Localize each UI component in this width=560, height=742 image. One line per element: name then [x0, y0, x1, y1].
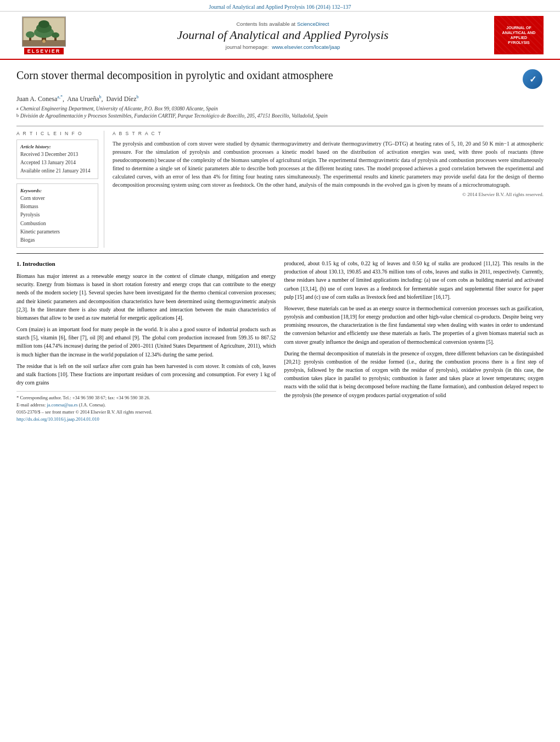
- journal-title: Journal of Analytical and Applied Pyroly…: [82, 28, 483, 42]
- footnote-section: * Corresponding author. Tel.: +34 96 590…: [16, 391, 276, 422]
- affiliations-section: a Chemical Engineering Department, Unive…: [16, 105, 544, 120]
- article-info-col: A R T I C L E I N F O Article history: R…: [16, 131, 104, 248]
- copyright-line: © 2014 Elsevier B.V. All rights reserved…: [113, 192, 544, 197]
- article-history-box: Article history: Received 3 December 201…: [16, 140, 98, 179]
- keyword-4: Combustion: [20, 220, 94, 228]
- affiliation-a: a Chemical Engineering Department, Unive…: [16, 105, 544, 113]
- email-note: E-mail address: ja.conesa@ua.es (J.A. Co…: [16, 401, 276, 409]
- author-conesa: Juan A. Conesa: [16, 95, 57, 103]
- top-bar: Journal of Analytical and Applied Pyroly…: [0, 0, 560, 12]
- article-title-section: Corn stover thermal decomposition in pyr…: [16, 68, 544, 90]
- keyword-6: Biogas: [20, 236, 94, 244]
- body-divider: [16, 253, 544, 254]
- author-conesa-sup: a,*: [57, 94, 63, 99]
- journal-title-section: Contents lists available at ScienceDirec…: [77, 21, 489, 50]
- doi-line: http://dx.doi.org/10.1016/j.jaap.2014.01…: [16, 416, 276, 423]
- body-left-col: 1. Introduction Biomass has major intere…: [16, 259, 276, 422]
- svg-point-9: [52, 32, 59, 38]
- article-info-heading: A R T I C L E I N F O: [16, 131, 98, 136]
- right-para-1: produced, about 0.15 kg of cobs, 0.22 kg…: [284, 259, 544, 301]
- article-title: Corn stover thermal decomposition in pyr…: [16, 68, 516, 82]
- authors-line: Juan A. Conesaa,*, Ana Urueñab, David Dí…: [16, 94, 544, 103]
- article-container: Corn stover thermal decomposition in pyr…: [0, 60, 560, 433]
- journal-header: ELSEVIER Contents lists available at Sci…: [0, 12, 560, 60]
- intro-number: 1.: [16, 260, 21, 267]
- intro-para-3: The residue that is left on the soil sur…: [16, 362, 276, 387]
- keyword-5: Kinetic parameters: [20, 228, 94, 236]
- keyword-1: Corn stover: [20, 194, 94, 203]
- intro-para-1: Biomass has major interest as a renewabl…: [16, 272, 276, 322]
- crossmark-logo[interactable]: ✓: [522, 68, 544, 90]
- journal-logo-text: JOURNAL OFANALYTICAL ANDAPPLIEDPYROLYSIS: [502, 25, 536, 45]
- author-uruena-sup: b: [99, 94, 102, 99]
- journal-logo-right-section: JOURNAL OFANALYTICAL ANDAPPLIEDPYROLYSIS: [489, 16, 549, 54]
- doi-link[interactable]: http://dx.doi.org/10.1016/j.jaap.2014.01…: [16, 416, 99, 422]
- info-abstract-section: A R T I C L E I N F O Article history: R…: [16, 126, 544, 248]
- keywords-label: Keywords:: [20, 187, 94, 194]
- intro-section-title: 1. Introduction: [16, 259, 276, 269]
- author-diez-sup: b: [137, 94, 139, 99]
- crossmark-icon: ✓: [523, 69, 542, 89]
- author-uruena: Ana Urueña: [67, 95, 99, 103]
- email-link[interactable]: ja.conesa@ua.es: [47, 402, 77, 408]
- keyword-2: Biomass: [20, 203, 94, 211]
- right-para-2: However, these materials can be used as …: [284, 304, 544, 346]
- aff-a-sup: a: [16, 105, 19, 111]
- tree-svg: [23, 17, 65, 46]
- available-date: Available online 21 January 2014: [20, 167, 94, 175]
- accepted-date: Accepted 13 January 2014: [20, 159, 94, 167]
- keyword-3: Pyrolysis: [20, 211, 94, 219]
- elsevier-logo: ELSEVIER: [22, 16, 66, 54]
- issn-line: 0165-2370/$ – see front matter © 2014 El…: [16, 409, 276, 416]
- journal-reference-link[interactable]: Journal of Analytical and Applied Pyroly…: [209, 4, 351, 10]
- aff-b-sup: b: [16, 113, 19, 119]
- journal-logo-image: JOURNAL OFANALYTICAL ANDAPPLIEDPYROLYSIS: [494, 16, 544, 54]
- email-label: E-mail address:: [16, 402, 46, 408]
- svg-point-7: [26, 31, 35, 38]
- aff-b-text: División de Agroalimentación y Procesos …: [20, 113, 328, 120]
- body-section: 1. Introduction Biomass has major intere…: [16, 259, 544, 422]
- history-label: Article history:: [20, 143, 94, 150]
- contents-available-line: Contents lists available at ScienceDirec…: [82, 21, 483, 27]
- abstract-text: The pyrolysis and combustion of corn sto…: [113, 140, 544, 189]
- elsevier-wordmark: ELSEVIER: [24, 48, 64, 54]
- keywords-box: Keywords: Corn stover Biomass Pyrolysis …: [16, 183, 98, 248]
- author-diez: David Díez: [107, 95, 137, 103]
- intro-para-2: Corn (maize) is an important food for ma…: [16, 325, 276, 359]
- sciencedirect-link[interactable]: ScienceDirect: [297, 21, 329, 27]
- journal-homepage-line: journal homepage: www.elsevier.com/locat…: [82, 44, 483, 50]
- svg-point-10: [42, 40, 46, 43]
- body-right-col: produced, about 0.15 kg of cobs, 0.22 kg…: [284, 259, 544, 422]
- abstract-col: A B S T R A C T The pyrolysis and combus…: [113, 131, 544, 248]
- affiliation-b: b División de Agroalimentación y Proceso…: [16, 113, 544, 120]
- aff-a-text: Chemical Engineering Department, Univers…: [20, 105, 218, 113]
- corresponding-author-note: * Corresponding author. Tel.: +34 96 590…: [16, 394, 276, 401]
- elsevier-logo-section: ELSEVIER: [11, 16, 77, 54]
- received-date: Received 3 December 2013: [20, 150, 94, 159]
- journal-url[interactable]: www.elsevier.com/locate/jaap: [272, 44, 340, 50]
- right-para-3: During the thermal decomposition of mate…: [284, 349, 544, 399]
- intro-title: Introduction: [23, 260, 55, 267]
- abstract-heading: A B S T R A C T: [113, 131, 544, 136]
- svg-point-5: [38, 20, 49, 28]
- homepage-prefix: journal homepage:: [226, 44, 269, 50]
- contents-prefix: Contents lists available at: [237, 21, 296, 27]
- elsevier-tree-image: [22, 16, 66, 47]
- email-suffix: (J.A. Conesa).: [79, 402, 106, 408]
